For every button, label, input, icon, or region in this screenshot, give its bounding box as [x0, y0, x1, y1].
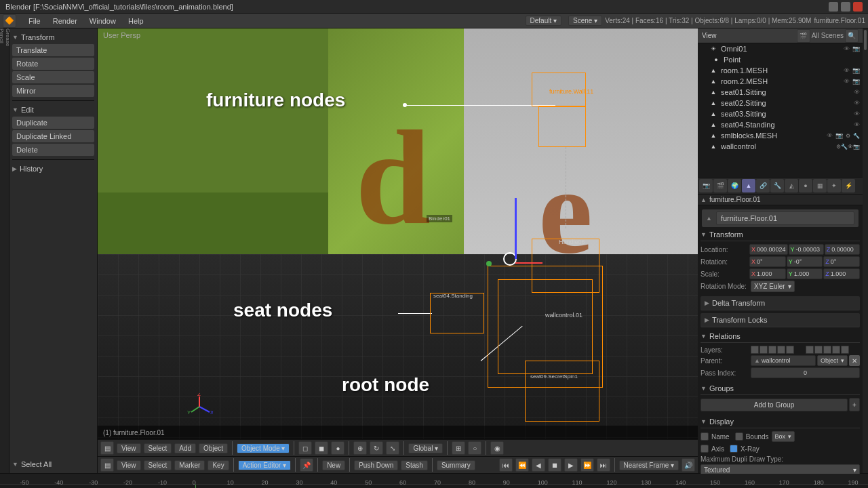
- layer-5[interactable]: [786, 346, 794, 354]
- menu-render[interactable]: Render: [47, 16, 83, 26]
- frame-mode-selector[interactable]: Nearest Frame ▾: [619, 460, 679, 470]
- stop-icon[interactable]: ⏹: [548, 458, 561, 472]
- viewport-shading-render[interactable]: ●: [331, 441, 344, 455]
- parent-clear-button[interactable]: ✕: [849, 355, 860, 366]
- jump-end-icon[interactable]: ⏭: [597, 458, 610, 472]
- history-section-title[interactable]: ▶ History: [12, 163, 94, 175]
- xray-checkbox[interactable]: [730, 445, 738, 453]
- new-action-button[interactable]: New: [322, 460, 345, 470]
- add-button[interactable]: Add: [174, 443, 196, 453]
- location-z-value[interactable]: 0.00000: [831, 246, 858, 253]
- view-button[interactable]: View: [117, 443, 141, 453]
- prop-texture-icon[interactable]: ▦: [813, 179, 827, 192]
- rotation-x-value[interactable]: 0°: [757, 258, 784, 265]
- marker-button[interactable]: Marker: [174, 460, 205, 470]
- viewport-canvas[interactable]: d e furniture nodes seat nodes root node…: [98, 28, 698, 439]
- scene-selector[interactable]: Scene ▾: [568, 16, 602, 26]
- outliner-view-btn[interactable]: View: [702, 32, 717, 39]
- timeline-bar[interactable]: 1: [0, 485, 868, 488]
- layer-2[interactable]: [760, 346, 768, 354]
- rotation-z-value[interactable]: 0°: [831, 258, 858, 265]
- prop-world-icon[interactable]: 🌍: [728, 179, 741, 192]
- layer-8[interactable]: [823, 346, 831, 354]
- translate-button[interactable]: Translate: [12, 44, 94, 56]
- groups-section-title[interactable]: ▼ Groups: [701, 382, 860, 395]
- omni01-render-icon[interactable]: 📷: [852, 45, 860, 52]
- outliner-item-seat03[interactable]: ▲ seat03.Sitting 👁: [698, 108, 863, 119]
- layer-7[interactable]: [814, 346, 823, 354]
- delta-transform-section[interactable]: ▶ Delta Transform: [701, 296, 860, 310]
- stash-button[interactable]: Stash: [401, 460, 428, 470]
- viewport[interactable]: d e furniture nodes seat nodes root node…: [98, 28, 698, 473]
- viewport-shading-solid[interactable]: ◼: [315, 441, 328, 455]
- transform-props-title[interactable]: ▼ Transform: [701, 228, 860, 241]
- seat02-visibility[interactable]: 👁: [854, 100, 860, 106]
- mirror-button[interactable]: Mirror: [12, 85, 94, 97]
- prop-object-icon[interactable]: ▲: [742, 179, 755, 192]
- menu-help[interactable]: Help: [123, 16, 149, 26]
- room1-visibility[interactable]: 👁: [844, 67, 850, 74]
- outliner-item-seat02[interactable]: ▲ seat02.Sitting 👁: [698, 98, 863, 108]
- pass-index-value[interactable]: 0: [751, 367, 860, 378]
- room1-render[interactable]: 📷: [852, 67, 860, 74]
- rotate-manipulator[interactable]: ↻: [370, 441, 383, 455]
- maximize-button[interactable]: [841, 2, 850, 12]
- prop-modifiers-icon[interactable]: 🔧: [770, 179, 784, 192]
- prop-data-icon[interactable]: ◭: [785, 179, 798, 192]
- viewport-shading-wire[interactable]: ◻: [298, 441, 312, 455]
- mode-selector[interactable]: Object Mode ▾: [237, 443, 290, 453]
- name-checkbox[interactable]: [701, 432, 709, 441]
- pin-icon[interactable]: 📌: [300, 458, 313, 472]
- outliner-item-room1[interactable]: ▲ room.1.MESH 👁 📷: [698, 65, 863, 76]
- play-back-icon[interactable]: ◀: [532, 458, 545, 472]
- scene-icon[interactable]: 🎬: [797, 29, 810, 43]
- outliner-item-wallcontrol[interactable]: ▲ wallcontrol ⚙🔧👁📷: [698, 141, 863, 152]
- axis-checkbox[interactable]: [701, 445, 709, 453]
- view-header-icon[interactable]: ▤: [100, 441, 114, 455]
- bounds-checkbox[interactable]: [735, 432, 743, 441]
- room2-visibility[interactable]: 👁: [844, 78, 850, 85]
- prev-frame-icon[interactable]: ⏪: [515, 458, 529, 472]
- manipulator-icon[interactable]: ⊕: [353, 441, 367, 455]
- snap-icon[interactable]: ⊞: [452, 441, 465, 455]
- edit-section-title[interactable]: ▼ Edit: [12, 104, 94, 116]
- minimize-button[interactable]: [829, 2, 838, 12]
- action-editor-selector[interactable]: Action Editor ▾: [238, 460, 291, 470]
- key-button[interactable]: Key: [208, 460, 229, 470]
- scale-z-value[interactable]: 1.000: [831, 270, 858, 277]
- rotate-button[interactable]: Rotate: [12, 58, 94, 70]
- select-button-3d[interactable]: Select: [144, 443, 172, 453]
- outliner-item-smlblocks[interactable]: ▲ smlblocks.MESH 👁 📷 ⚙ 🔧: [698, 130, 863, 141]
- blender-logo[interactable]: 🔶: [3, 14, 16, 28]
- outliner-item-seat01[interactable]: ▲ seat01.Sitting 👁: [698, 87, 863, 98]
- onion-skin-icon[interactable]: ◉: [490, 441, 504, 455]
- duplicate-button[interactable]: Duplicate: [12, 117, 94, 129]
- add-group-plus[interactable]: +: [849, 398, 860, 411]
- display-section-title[interactable]: ▼ Display: [701, 415, 860, 428]
- smlblocks-render[interactable]: 📷: [835, 132, 843, 139]
- layer-4[interactable]: [777, 346, 785, 354]
- smlblocks-visibility[interactable]: 👁: [827, 132, 833, 139]
- scrollbar-thumb[interactable]: [864, 30, 867, 50]
- duplicate-linked-button[interactable]: Duplicate Linked: [12, 130, 94, 142]
- layer-9[interactable]: [832, 346, 840, 354]
- seat01-visibility[interactable]: 👁: [854, 89, 860, 96]
- scale-y-value[interactable]: 1.000: [794, 270, 821, 277]
- seat04-visibility[interactable]: 👁: [854, 121, 860, 128]
- room2-render[interactable]: 📷: [852, 78, 860, 85]
- relations-section-title[interactable]: ▼ Relations: [701, 330, 860, 343]
- delete-button[interactable]: Delete: [12, 144, 94, 156]
- audio-sync-icon[interactable]: 🔊: [682, 458, 695, 472]
- layer-1[interactable]: [751, 346, 759, 354]
- outliner-item-seat04[interactable]: ▲ seat04.Standing 👁: [698, 119, 863, 130]
- outliner-item-point[interactable]: ● Point: [698, 54, 863, 65]
- pivot-selector[interactable]: Global ▾: [408, 443, 443, 453]
- right-scrollbar[interactable]: [863, 28, 868, 473]
- location-x-value[interactable]: 000.00024: [757, 246, 786, 253]
- prop-scene-icon[interactable]: 🎬: [713, 179, 727, 192]
- omni01-visibility-icon[interactable]: 👁: [844, 45, 850, 52]
- transform-locks-section[interactable]: ▶ Transform Locks: [701, 313, 860, 327]
- play-forward-icon[interactable]: ▶: [564, 458, 578, 472]
- rotation-mode-dropdown[interactable]: XYZ Euler ▾: [751, 281, 795, 292]
- timeline-content[interactable]: -50 -40 -30 -20 -10 0 10 20 30 40 50 60 …: [0, 474, 868, 488]
